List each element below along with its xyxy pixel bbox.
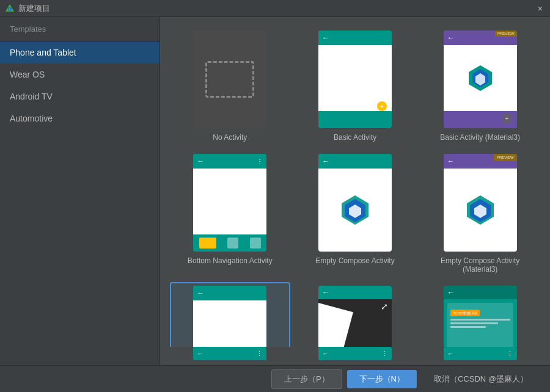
m3-fab-icon: + [502, 114, 512, 123]
admob-back-icon: ← [447, 288, 455, 297]
template-preview-empty-compose: ← [318, 154, 392, 252]
main-content: Templates Phone and Tablet Wear OS Andro… [0, 17, 550, 365]
templates-grid: No Activity ← + Basic Activity PRE [160, 17, 550, 347]
preview-badge: PREVIEW [495, 31, 517, 37]
sidebar-item-wear-os[interactable]: Wear OS [0, 64, 160, 85]
bottom-bar-3-arrow: ← [447, 350, 454, 357]
fab-icon: + [377, 101, 387, 111]
interstitial-label: Interstitial Ad [450, 310, 480, 316]
bottom-nav-back-icon: ← [197, 157, 204, 165]
bottom-nav-bar [193, 234, 266, 252]
bottom-bars-row: ← ⋮ ← ⋮ ← ⋮ [160, 347, 550, 365]
bottom-nav-menu-icon: ⋮ [257, 158, 263, 165]
template-preview-no-activity [193, 31, 266, 128]
template-preview-basic-m3: PREVIEW ← + [444, 31, 517, 128]
line-2 [450, 322, 498, 324]
template-preview-empty-compose-m3: PREVIEW ← [444, 154, 517, 252]
template-fullscreen[interactable]: ← ⤢ Fullscreen Activity [295, 282, 416, 347]
bottom-bar-3: ← ⋮ [444, 347, 517, 360]
empty-compose-m3-body [444, 169, 517, 252]
fullscreen-topbar: ← [318, 286, 392, 299]
title-bar: 新建项目 × [0, 0, 550, 17]
bottom-bar-1-dots: ⋮ [256, 350, 263, 358]
footer: 上一步（P） 下一步（N） 取消（CCSDN @墨麻人） [0, 365, 550, 392]
line-3 [450, 326, 486, 328]
basic-topbar: ← [318, 31, 392, 45]
app-icon [5, 4, 15, 13]
bottom-bar-2: ← ⋮ [318, 347, 392, 360]
template-no-activity[interactable]: No Activity [170, 27, 290, 145]
template-preview-fullscreen: ← ⤢ [318, 286, 392, 347]
m3-body [444, 45, 517, 111]
no-activity-dashed [205, 61, 254, 98]
template-label-basic: Basic Activity [334, 133, 376, 142]
nav-item-1 [199, 238, 216, 249]
template-label-empty-compose: Empty Compose Activity [315, 256, 394, 265]
compose-hex-icon [465, 63, 496, 93]
template-preview-empty: ← [193, 286, 266, 347]
bottom-nav-body [193, 169, 266, 234]
empty-compose-m3-back-icon: ← [447, 157, 455, 165]
compose-m3-logo-icon [464, 194, 497, 227]
cancel-button[interactable]: 取消（CCSDN @墨麻人） [422, 370, 540, 388]
bottom-bar-1-arrow: ← [197, 350, 204, 357]
nav-item-3 [250, 238, 261, 249]
bottom-bar-2-arrow: ← [322, 350, 329, 357]
sidebar-header: Templates [0, 17, 160, 42]
content-area: No Activity ← + Basic Activity PRE [160, 17, 550, 365]
fullscreen-back-icon: ← [322, 288, 329, 297]
empty-compose-back-icon: ← [322, 157, 329, 165]
template-preview-bottom-nav: ← ⋮ [193, 154, 266, 252]
sidebar-item-android-tv[interactable]: Android TV [0, 85, 160, 107]
nav-item-2 [227, 238, 238, 249]
template-preview-admob: ← Interstitial Ad [444, 286, 517, 347]
preview-badge-m3: PREVIEW [494, 154, 517, 161]
template-label-no-activity: No Activity [213, 133, 247, 142]
expand-icon: ⤢ [381, 302, 388, 311]
interstitial-lines [450, 319, 510, 328]
template-bottom-nav[interactable]: ← ⋮ Bottom Navigation Activity [170, 150, 290, 277]
template-admob[interactable]: ← Interstitial Ad Google AdMo [420, 282, 540, 347]
prev-button[interactable]: 上一步（P） [271, 369, 342, 389]
bottom-bar-2-dots: ⋮ [381, 350, 388, 358]
bottom-nav-topbar: ← ⋮ [193, 154, 266, 169]
next-button[interactable]: 下一步（N） [347, 370, 417, 388]
empty-topbar: ← [193, 286, 266, 300]
m3-back-icon: ← [447, 34, 455, 42]
template-empty-compose-m3[interactable]: PREVIEW ← Empty Compose Activity (Materi… [420, 150, 540, 277]
svg-point-2 [9, 8, 11, 10]
admob-body: Interstitial Ad [444, 299, 517, 347]
line-1 [450, 319, 510, 321]
back-arrow-icon: ← [322, 34, 329, 42]
fullscreen-white-panel [318, 298, 353, 347]
template-empty-activity[interactable]: ← Empty Activity [170, 282, 290, 347]
template-empty-compose[interactable]: ← Empty Compose Activity [295, 150, 416, 277]
template-label-empty-compose-m3: Empty Compose Activity (Material3) [424, 256, 537, 274]
compose-logo-icon [339, 194, 372, 227]
bottom-bar-3-dots: ⋮ [507, 350, 513, 358]
sidebar-item-phone-tablet[interactable]: Phone and Tablet [0, 42, 160, 64]
sidebar: Templates Phone and Tablet Wear OS Andro… [0, 17, 160, 365]
title-bar-title: 新建项目 [18, 3, 50, 14]
close-button[interactable]: × [535, 2, 545, 15]
sidebar-item-automotive[interactable]: Automotive [0, 107, 160, 129]
bottom-bar-1: ← ⋮ [193, 347, 266, 360]
template-label-basic-m3: Basic Activity (Material3) [440, 133, 520, 142]
template-label-bottom-nav: Bottom Navigation Activity [188, 256, 273, 265]
admob-topbar: ← [444, 286, 517, 299]
basic-bottombar [318, 111, 392, 125]
empty-back-icon: ← [197, 289, 204, 297]
empty-body [193, 300, 266, 347]
template-basic-m3[interactable]: PREVIEW ← + Basic Acti [420, 27, 540, 145]
title-bar-left: 新建项目 [5, 3, 50, 14]
empty-compose-topbar: ← [318, 154, 392, 169]
template-preview-basic: ← + [318, 31, 392, 128]
admob-card: Interstitial Ad [447, 303, 513, 347]
template-basic-activity[interactable]: ← + Basic Activity [295, 27, 416, 145]
empty-compose-body [318, 169, 392, 252]
